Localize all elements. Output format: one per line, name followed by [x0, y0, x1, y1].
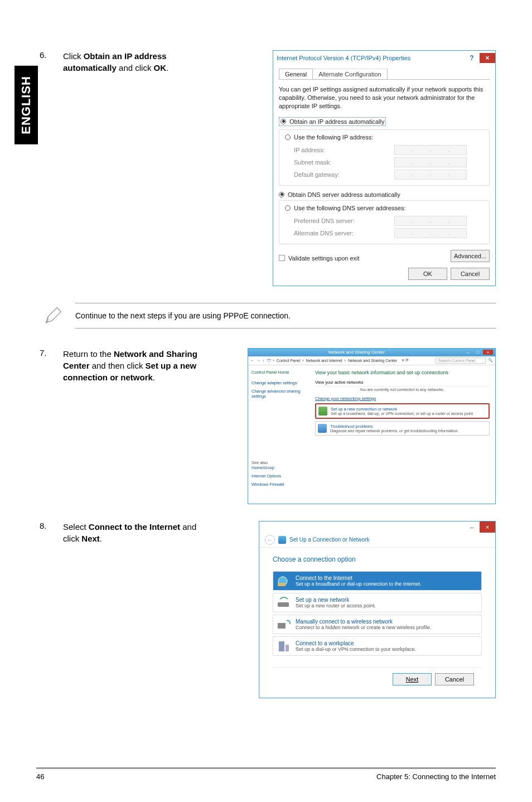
desc: Set up a dial-up or VPN connection to yo… [296, 646, 477, 652]
label: Alternate DNS server: [294, 230, 394, 236]
search-input[interactable]: Search Control Panel [436, 357, 486, 364]
title: Connect to a workplace [296, 640, 477, 646]
step-6-text: Click Obtain an IP address automatically… [63, 50, 212, 286]
step-7-number: 7. [36, 348, 63, 504]
step-8-text: Select Connect to the Internet and click… [63, 521, 212, 698]
radio-icon [280, 119, 286, 124]
option-connect-internet[interactable]: Connect to the Internet Set up a broadba… [273, 571, 482, 591]
bold: Next [81, 534, 100, 543]
step-6-number: 6. [36, 50, 63, 286]
change-adapter-link[interactable]: Change adapter settings [252, 380, 306, 385]
label: Preferred DNS server: [294, 218, 394, 224]
option-manual-wireless[interactable]: Manually connect to a wireless network C… [273, 615, 482, 634]
svg-rect-1 [278, 583, 286, 586]
globe-icon [277, 575, 291, 587]
close-button[interactable]: × [480, 521, 495, 533]
checkbox-validate[interactable]: Validate settings upon exit [279, 255, 360, 262]
search-icon[interactable]: 🔍 [488, 358, 493, 363]
crumb[interactable]: Network and Sharing Center [348, 359, 397, 363]
txt: Return to the [63, 349, 114, 359]
radio-obtain-ip-auto[interactable]: Obtain an IP address automatically [279, 117, 386, 126]
tab-alternate-config[interactable]: Alternate Configuration [313, 69, 388, 79]
field-pref-dns: Preferred DNS server: ... [294, 216, 483, 226]
change-networking-settings-link[interactable]: Change your networking settings [315, 396, 490, 401]
troubleshoot-box[interactable]: Troubleshoot problems Diagnose and repai… [315, 421, 490, 436]
radio-use-following-dns[interactable]: Use the following DNS server addresses: [283, 205, 408, 211]
note-text: Continue to the next steps if you are us… [75, 303, 496, 328]
advanced-button[interactable]: Advanced... [451, 250, 490, 262]
radio-icon [285, 134, 291, 140]
subnet-input: ... [394, 157, 467, 167]
radio-use-following-ip[interactable]: Use the following IP address: [283, 134, 375, 141]
control-panel-home-link[interactable]: Control Panel Home [252, 370, 306, 375]
minimize-button[interactable]: – [463, 350, 473, 355]
ip-input: ... [394, 145, 467, 155]
svg-rect-2 [278, 602, 289, 607]
minimize-button[interactable]: – [464, 521, 480, 533]
desc: Set up a new router or access point. [296, 603, 477, 608]
ipv4-properties-dialog: Internet Protocol Version 4 (TCP/IPv4) P… [273, 50, 496, 286]
txt: . [153, 373, 155, 382]
svg-rect-4 [279, 641, 284, 651]
txt: . [166, 63, 168, 73]
dialog-title: Internet Protocol Version 4 (TCP/IPv4) P… [277, 55, 464, 61]
network-setup-icon [318, 407, 327, 416]
title: Set up a new network [296, 597, 477, 603]
windows-firewall-link[interactable]: Windows Firewall [252, 482, 306, 487]
maximize-button[interactable]: □ [473, 350, 483, 355]
cancel-button[interactable]: Cancel [451, 268, 490, 280]
troubleshoot-icon [318, 424, 327, 433]
field-alt-dns: Alternate DNS server: ... [294, 228, 483, 238]
step-8-number: 8. [36, 521, 63, 698]
txt: and then click [90, 361, 146, 370]
label: Obtain DNS server address automatically [288, 191, 400, 198]
view-active-networks: View your active networks [315, 380, 490, 385]
cancel-button[interactable]: Cancel [435, 673, 474, 685]
wireless-icon [277, 619, 291, 631]
desc: Connect to a hidden network or create a … [296, 625, 477, 630]
close-button[interactable]: × [483, 350, 493, 355]
wizard-title: Set Up a Connection or Network [289, 537, 369, 543]
gateway-input: ... [394, 170, 467, 180]
workplace-icon [277, 640, 291, 653]
field-ip-address: IP address: ... [294, 145, 483, 155]
txt: . [100, 534, 102, 543]
back-button[interactable]: ← [265, 535, 275, 545]
desc: Set up a broadband or dial-up connection… [296, 581, 477, 587]
chapter-title: Chapter 5: Connecting to the Internet [376, 772, 496, 781]
back-icon[interactable]: ← [250, 359, 254, 363]
desc: Set up a broadband, dial-up, or VPN conn… [331, 412, 474, 416]
radio-icon [285, 205, 291, 211]
next-button[interactable]: Next [393, 673, 432, 685]
label: Use the following IP address: [294, 134, 373, 141]
pref-dns-input: ... [394, 216, 467, 226]
option-connect-workplace[interactable]: Connect to a workplace Set up a dial-up … [273, 636, 482, 656]
help-button[interactable]: ? [464, 53, 480, 63]
crumb[interactable]: Control Panel [277, 359, 300, 363]
language-tab: ENGLISH [14, 66, 38, 144]
homegroup-link[interactable]: HomeGroup [252, 465, 306, 470]
tab-general[interactable]: General [279, 69, 313, 79]
close-button[interactable]: × [480, 53, 495, 63]
txt: and click [117, 63, 154, 73]
internet-options-link[interactable]: Internet Options [252, 474, 306, 479]
forward-icon[interactable]: → [257, 359, 260, 363]
ok-button[interactable]: OK [408, 268, 447, 280]
label: Subnet mask: [294, 159, 394, 166]
pencil-note-icon [42, 305, 64, 327]
title: Set up a new connection or network [331, 407, 474, 412]
txt: Select [63, 522, 89, 532]
router-icon [277, 597, 291, 609]
crumb[interactable]: Network and Internet [306, 359, 342, 363]
setup-connection-wizard: – × ← Set Up a Connection or Network Cho… [259, 521, 496, 698]
ipv4-note: You can get IP settings assigned automat… [279, 85, 490, 110]
radio-icon [279, 192, 284, 197]
setup-new-connection-box[interactable]: Set up a new connection or network Set u… [315, 403, 490, 419]
nsc-heading: View your basic network information and … [315, 370, 490, 375]
change-advanced-sharing-link[interactable]: Change advanced sharing settings [252, 389, 306, 399]
radio-obtain-dns-auto[interactable]: Obtain DNS server address automatically [279, 191, 490, 198]
option-setup-new-network[interactable]: Set up a new network Set up a new router… [273, 593, 482, 612]
label: Use the following DNS server addresses: [294, 205, 406, 211]
not-connected-text: You are currently not connected to any n… [360, 388, 490, 392]
svg-rect-5 [286, 645, 289, 651]
